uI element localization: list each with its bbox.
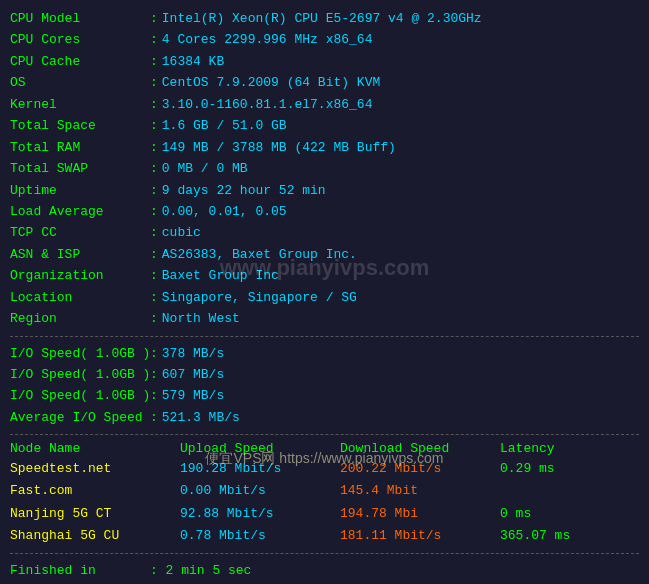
row-value: AS26383, Baxet Group Inc.	[162, 244, 357, 265]
io-value: 579 MB/s	[162, 385, 224, 406]
io-row: Average I/O Speed:521.3 MB/s	[10, 407, 639, 428]
row-label: CPU Model	[10, 8, 150, 29]
footer-section: Finished in : 2 min 5 sec Timestamp : 20…	[10, 560, 639, 584]
th-latency: Latency	[500, 441, 600, 456]
system-row: CPU Model:Intel(R) Xeon(R) CPU E5-2697 v…	[10, 8, 639, 29]
row-value: 16384 KB	[162, 51, 224, 72]
row-label: Total Space	[10, 115, 150, 136]
network-row: Nanjing 5G CT 92.88 Mbit/s 194.78 Mbi 0 …	[10, 503, 639, 525]
system-row: Kernel:3.10.0-1160.81.1.el7.x86_64	[10, 94, 639, 115]
td-node: Shanghai 5G CU	[10, 525, 180, 547]
row-label: Uptime	[10, 180, 150, 201]
row-value: 9 days 22 hour 52 min	[162, 180, 326, 201]
td-latency: 365.07 ms	[500, 525, 600, 547]
system-row: Total RAM:149 MB / 3788 MB (422 MB Buff)	[10, 137, 639, 158]
row-label: Organization	[10, 265, 150, 286]
td-latency	[500, 480, 600, 502]
system-row: ASN & ISP:AS26383, Baxet Group Inc.	[10, 244, 639, 265]
td-node: Nanjing 5G CT	[10, 503, 180, 525]
td-latency: 0 ms	[500, 503, 600, 525]
io-value: 607 MB/s	[162, 364, 224, 385]
system-row: CPU Cache:16384 KB	[10, 51, 639, 72]
row-label: Location	[10, 287, 150, 308]
row-label: OS	[10, 72, 150, 93]
td-upload: 0.00 Mbit/s	[180, 480, 340, 502]
io-label: I/O Speed( 1.0GB )	[10, 385, 150, 406]
network-row: Fast.com 0.00 Mbit/s 145.4 Mbit	[10, 480, 639, 502]
divider-3	[10, 553, 639, 554]
footer-row: Finished in : 2 min 5 sec	[10, 560, 639, 581]
td-download: 181.11 Mbit/s	[340, 525, 500, 547]
divider-1	[10, 336, 639, 337]
row-label: CPU Cache	[10, 51, 150, 72]
td-node: Speedtest.net	[10, 458, 180, 480]
io-row: I/O Speed( 1.0GB ):607 MB/s	[10, 364, 639, 385]
system-row: Organization:Baxet Group Inc	[10, 265, 639, 286]
finished-label: Finished in	[10, 560, 150, 581]
th-node: Node Name	[10, 441, 180, 456]
row-value: Baxet Group Inc	[162, 265, 279, 286]
row-value: cubic	[162, 222, 201, 243]
finished-value: : 2 min 5 sec	[150, 560, 251, 581]
network-row: Speedtest.net 190.28 Mbit/s 200.22 Mbit/…	[10, 458, 639, 480]
row-value: North West	[162, 308, 240, 329]
row-label: Total RAM	[10, 137, 150, 158]
row-label: TCP CC	[10, 222, 150, 243]
td-latency: 0.29 ms	[500, 458, 600, 480]
system-row: Location:Singapore, Singapore / SG	[10, 287, 639, 308]
system-row: Total SWAP:0 MB / 0 MB	[10, 158, 639, 179]
io-value: 521.3 MB/s	[162, 407, 240, 428]
system-row: Uptime:9 days 22 hour 52 min	[10, 180, 639, 201]
io-label: I/O Speed( 1.0GB )	[10, 343, 150, 364]
th-download: Download Speed	[340, 441, 500, 456]
row-value: Intel(R) Xeon(R) CPU E5-2697 v4 @ 2.30GH…	[162, 8, 482, 29]
io-section: I/O Speed( 1.0GB ):378 MB/sI/O Speed( 1.…	[10, 343, 639, 429]
row-value: 4 Cores 2299.996 MHz x86_64	[162, 29, 373, 50]
row-value: CentOS 7.9.2009 (64 Bit) KVM	[162, 72, 380, 93]
row-value: 149 MB / 3788 MB (422 MB Buff)	[162, 137, 396, 158]
system-row: OS:CentOS 7.9.2009 (64 Bit) KVM	[10, 72, 639, 93]
network-section: Node Name Upload Speed Download Speed La…	[10, 441, 639, 546]
td-download: 200.22 Mbit/s	[340, 458, 500, 480]
table-header: Node Name Upload Speed Download Speed La…	[10, 441, 639, 456]
td-upload: 190.28 Mbit/s	[180, 458, 340, 480]
row-label: ASN & ISP	[10, 244, 150, 265]
io-label: I/O Speed( 1.0GB )	[10, 364, 150, 385]
row-value: 1.6 GB / 51.0 GB	[162, 115, 287, 136]
divider-2	[10, 434, 639, 435]
row-label: Total SWAP	[10, 158, 150, 179]
system-row: Region:North West	[10, 308, 639, 329]
io-row: I/O Speed( 1.0GB ):579 MB/s	[10, 385, 639, 406]
row-label: Region	[10, 308, 150, 329]
network-row: Shanghai 5G CU 0.78 Mbit/s 181.11 Mbit/s…	[10, 525, 639, 547]
row-value: 0.00, 0.01, 0.05	[162, 201, 287, 222]
system-row: Load Average:0.00, 0.01, 0.05	[10, 201, 639, 222]
td-upload: 92.88 Mbit/s	[180, 503, 340, 525]
row-value: Singapore, Singapore / SG	[162, 287, 357, 308]
io-label: Average I/O Speed	[10, 407, 150, 428]
row-value: 3.10.0-1160.81.1.el7.x86_64	[162, 94, 373, 115]
td-node: Fast.com	[10, 480, 180, 502]
row-label: Kernel	[10, 94, 150, 115]
th-upload: Upload Speed	[180, 441, 340, 456]
system-row: CPU Cores:4 Cores 2299.996 MHz x86_64	[10, 29, 639, 50]
td-download: 194.78 Mbi	[340, 503, 500, 525]
io-value: 378 MB/s	[162, 343, 224, 364]
row-label: CPU Cores	[10, 29, 150, 50]
row-value: 0 MB / 0 MB	[162, 158, 248, 179]
td-upload: 0.78 Mbit/s	[180, 525, 340, 547]
td-download: 145.4 Mbit	[340, 480, 500, 502]
system-row: TCP CC:cubic	[10, 222, 639, 243]
system-info: CPU Model:Intel(R) Xeon(R) CPU E5-2697 v…	[10, 8, 639, 330]
row-label: Load Average	[10, 201, 150, 222]
system-row: Total Space:1.6 GB / 51.0 GB	[10, 115, 639, 136]
io-row: I/O Speed( 1.0GB ):378 MB/s	[10, 343, 639, 364]
